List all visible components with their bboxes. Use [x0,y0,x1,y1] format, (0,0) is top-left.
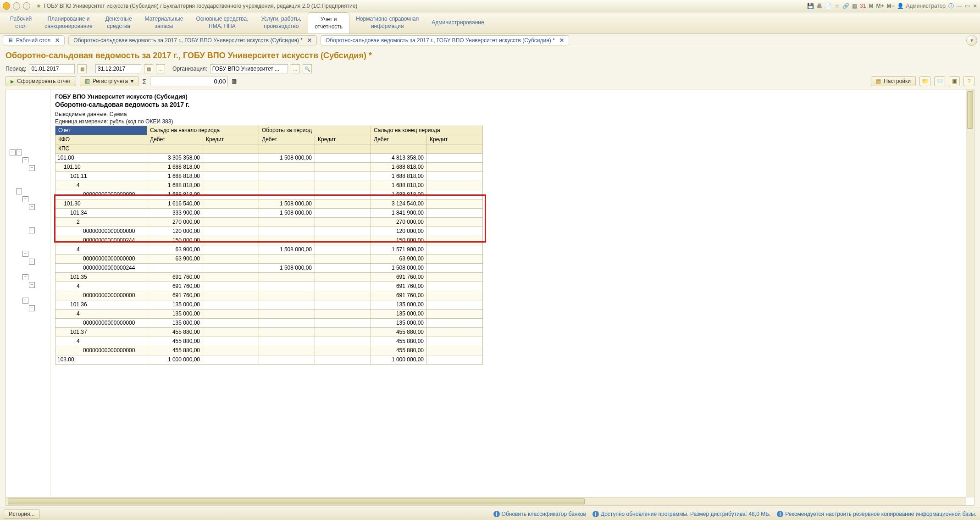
date-to-input[interactable] [95,64,141,73]
report-scroll[interactable]: ГОБУ ВПО Университет искусств (Субсидия)… [50,89,974,505]
tree-collapse-icon[interactable]: − [29,204,35,210]
table-row[interactable]: 101.35691 760,00691 760,00 [55,273,483,282]
memory-m[interactable]: M [869,3,873,9]
table-row[interactable]: 00000000000000000135 000,00135 000,00 [55,319,483,328]
horizontal-scrollbar[interactable] [6,497,966,505]
tree-collapse-icon[interactable]: − [29,165,35,171]
th-kps[interactable]: КПС [55,144,147,154]
star-icon[interactable]: ★ [35,2,42,10]
link-icon[interactable]: 🔗 [842,3,849,9]
th-td[interactable]: Дебет [259,135,315,144]
tree-collapse-icon[interactable]: − [22,196,28,202]
date-from-input[interactable] [29,64,75,73]
window-nav-back-icon[interactable] [13,2,20,10]
th-turn[interactable]: Обороты за период [259,126,371,135]
tree-collapse-icon[interactable]: − [29,227,35,233]
org-search-icon[interactable]: 🔍 [303,64,312,73]
th-cd[interactable]: Дебет [371,135,427,144]
help-icon[interactable]: ? [963,76,974,86]
section-item[interactable]: Услуги, работы, производство [255,12,308,33]
sum-open-icon[interactable]: ▥ [232,78,237,84]
scrollbar-thumb[interactable] [967,91,973,129]
tree-collapse-icon[interactable]: − [16,188,22,194]
calendar-icon[interactable]: 31 [860,3,866,9]
save-icon[interactable]: 💾 [807,3,814,9]
generate-report-button[interactable]: Сформировать отчет [6,76,76,86]
table-row[interactable]: 101.003 305 358,001 508 000,004 813 358,… [55,154,483,163]
table-row[interactable]: 41 688 818,001 688 818,00 [55,181,483,190]
section-item[interactable]: Администрирование [425,12,490,33]
close-icon[interactable]: ✕ [305,37,312,44]
close-icon[interactable]: ✕ [558,37,564,44]
section-item[interactable]: Планирование и санкционирование [38,12,99,33]
scrollbar-thumb[interactable] [8,498,585,504]
th-tc[interactable]: Кредит [315,135,371,144]
table-row[interactable]: 00000000000000000120 000,00120 000,00 [55,227,483,236]
info-icon[interactable]: ⓘ [948,2,954,10]
th-account[interactable]: Счет [55,126,147,135]
th-cc[interactable]: Кредит [427,135,483,144]
tree-collapse-icon[interactable]: − [22,298,28,304]
section-item[interactable]: Нормативно-справочная информация [349,12,425,33]
memory-m-minus[interactable]: M− [886,3,894,9]
window-nav-fwd-icon[interactable] [23,2,30,10]
calendar-to-icon[interactable]: ▦ [144,64,153,73]
rbtn-3[interactable]: ▣ [949,76,960,86]
th-close[interactable]: Сальдо на конец периода [371,126,483,135]
memory-m-plus[interactable]: M+ [876,3,884,9]
rbtn-2[interactable]: 📨 [934,76,945,86]
status-info-1[interactable]: iОбновить классификатор банков [493,511,586,517]
th-od[interactable]: Дебет [147,135,203,144]
table-row[interactable]: 00000000000000244150 000,00150 000,00 [55,236,483,245]
table-row[interactable]: 4455 880,00455 880,00 [55,337,483,346]
rbtn-1[interactable]: 📁 [919,76,930,86]
table-row[interactable]: 00000000000000000455 880,00455 880,00 [55,346,483,355]
table-row[interactable]: 101.36135 000,00135 000,00 [55,300,483,310]
window-1c-icon[interactable] [3,2,10,10]
tree-collapse-icon[interactable]: − [29,259,35,265]
close-icon[interactable]: ✕ [53,37,60,44]
register-button[interactable]: ▥ Регистр учета ▾ [80,76,138,86]
th-open[interactable]: Сальдо на начало периода [147,126,259,135]
star2-icon[interactable]: ☆ [835,3,840,9]
section-item[interactable]: Учет и отчетность [308,12,349,33]
tree-collapse-icon[interactable]: − [10,149,16,155]
tab-report-2[interactable]: Оборотно-сальдовая ведомость за 2017 г.,… [321,35,569,45]
status-info-3[interactable]: iРекомендуется настроить резервное копир… [777,511,976,517]
table-row[interactable]: 2270 000,00270 000,00 [55,218,483,227]
status-info-2[interactable]: iДоступно обновление программы. Размер д… [592,511,770,517]
tree-collapse-icon[interactable]: − [29,282,35,288]
org-select-icon[interactable]: … [291,64,300,73]
table-row[interactable]: 0000000000000000063 900,0063 900,00 [55,254,483,264]
tree-collapse-icon[interactable]: − [22,251,28,257]
tree-collapse-icon[interactable]: − [22,157,28,163]
print-icon[interactable]: 🖶 [817,3,822,9]
window-maximize-icon[interactable]: ▭ [965,3,970,9]
table-row[interactable]: 101.34333 900,001 508 000,001 841 900,00 [55,209,483,218]
settings-button[interactable]: ▦ Настройки [871,76,916,86]
table-row[interactable]: 4135 000,00135 000,00 [55,310,483,319]
table-row[interactable]: 101.301 616 540,001 508 000,003 124 540,… [55,199,483,209]
vertical-scrollbar[interactable] [966,89,974,498]
org-input[interactable] [210,64,288,73]
doc-icon[interactable]: 📄 [825,3,832,9]
calc-icon[interactable]: ▦ [852,3,857,9]
tree-collapse-icon[interactable]: − [16,149,22,155]
table-row[interactable]: 000000000000000001 688 818,001 688 818,0… [55,190,483,199]
table-row[interactable]: 463 900,001 508 000,001 571 900,00 [55,245,483,254]
table-row[interactable]: 101.111 688 818,001 688 818,00 [55,172,483,181]
sum-input[interactable] [150,77,228,86]
th-kfo[interactable]: КФО [55,135,147,144]
current-user[interactable]: 👤 Администратор [897,3,946,9]
section-item[interactable]: Материальные запасы [138,12,190,33]
tree-collapse-icon[interactable]: − [29,305,35,311]
th-oc[interactable]: Кредит [203,135,259,144]
history-button[interactable]: История... [4,509,40,519]
section-item[interactable]: Рабочий стол [4,12,38,33]
tab-desktop[interactable]: 🖥 Рабочий стол ✕ [3,35,65,45]
section-item[interactable]: Денежные средства [99,12,138,33]
period-select-icon[interactable]: … [156,64,165,73]
table-row[interactable]: 103.001 000 000,001 000 000,00 [55,355,483,365]
table-row[interactable]: 00000000000000000691 760,00691 760,00 [55,291,483,300]
table-row[interactable]: 000000000000002441 508 000,001 508 000,0… [55,264,483,273]
